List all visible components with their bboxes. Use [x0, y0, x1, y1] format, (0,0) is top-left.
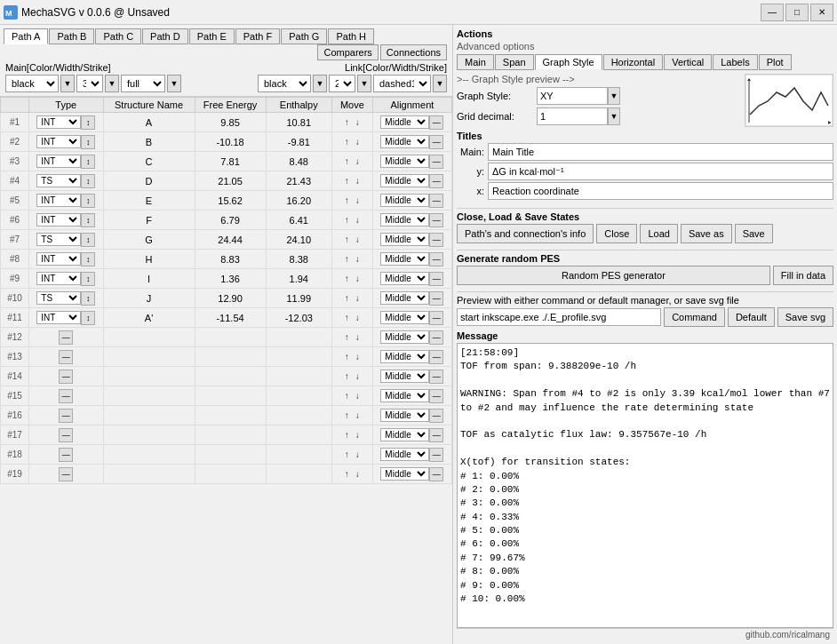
title-main-input[interactable] [488, 143, 833, 161]
align-expand-btn[interactable]: — [429, 194, 443, 208]
align-select[interactable]: Middle [380, 115, 429, 129]
type-expand-btn[interactable]: ↕ [81, 155, 95, 169]
link-strike-dropdown[interactable]: ▼ [433, 75, 447, 92]
move-up-button[interactable]: ↑ [341, 410, 352, 421]
type-expand-btn[interactable]: — [59, 370, 73, 384]
path-tab-f[interactable]: Path F [235, 28, 280, 44]
row-type[interactable]: — [29, 425, 104, 445]
row-align[interactable]: Middle— [372, 445, 451, 465]
align-select[interactable]: Middle [380, 448, 429, 461]
align-expand-btn[interactable]: — [429, 311, 443, 325]
move-up-button[interactable]: ↑ [341, 371, 352, 382]
link-width-select[interactable]: 2 [329, 75, 355, 92]
type-select[interactable]: INT [36, 115, 81, 129]
row-type[interactable]: — [29, 465, 104, 484]
link-width-dropdown[interactable]: ▼ [357, 75, 371, 92]
align-expand-btn[interactable]: — [429, 291, 443, 306]
align-select[interactable]: Middle [380, 389, 429, 402]
type-select[interactable]: INT [36, 213, 81, 227]
tab-graph-style[interactable]: Graph Style [535, 54, 602, 70]
row-align[interactable]: Middle— [372, 386, 451, 406]
move-up-button[interactable]: ↑ [341, 274, 352, 284]
move-up-button[interactable]: ↑ [341, 215, 352, 226]
move-down-button[interactable]: ↓ [352, 215, 363, 226]
grid-decimal-dropdown[interactable]: ▼ [608, 107, 620, 125]
row-align[interactable]: Middle— [372, 308, 451, 328]
row-type[interactable]: INT↕ [29, 250, 104, 269]
connections-button[interactable]: Connections [380, 44, 447, 60]
random-pes-button[interactable]: Random PES generator [457, 266, 770, 285]
align-select[interactable]: Middle [380, 330, 429, 344]
move-up-button[interactable]: ↑ [341, 449, 352, 460]
align-expand-btn[interactable]: — [429, 213, 443, 227]
align-expand-btn[interactable]: — [429, 350, 443, 364]
align-expand-btn[interactable]: — [429, 330, 443, 345]
move-down-button[interactable]: ↓ [352, 371, 363, 382]
move-up-button[interactable]: ↑ [341, 254, 352, 265]
move-down-button[interactable]: ↓ [352, 430, 363, 441]
type-select[interactable]: INT [36, 311, 81, 324]
align-expand-btn[interactable]: — [429, 233, 443, 247]
align-expand-btn[interactable]: — [429, 115, 443, 130]
type-select[interactable]: INT [36, 155, 81, 168]
row-align[interactable]: Middle— [372, 211, 451, 230]
align-select[interactable]: Middle [380, 467, 429, 481]
move-up-button[interactable]: ↑ [341, 176, 352, 187]
tab-span[interactable]: Span [495, 54, 534, 70]
type-expand-btn[interactable]: — [59, 448, 73, 462]
type-expand-btn[interactable]: ↕ [81, 291, 95, 306]
row-type[interactable]: INT↕ [29, 113, 104, 132]
move-up-button[interactable]: ↑ [341, 137, 352, 147]
row-type[interactable]: INT↕ [29, 191, 104, 211]
move-down-button[interactable]: ↓ [352, 410, 363, 421]
row-align[interactable]: Middle— [372, 367, 451, 386]
title-x-input[interactable] [488, 182, 833, 200]
tab-horizontal[interactable]: Horizontal [603, 54, 664, 70]
type-expand-btn[interactable]: — [59, 428, 73, 442]
row-type[interactable]: TS↕ [29, 230, 104, 250]
align-select[interactable]: Middle [380, 311, 429, 324]
type-expand-btn[interactable]: — [59, 330, 73, 345]
row-align[interactable]: Middle— [372, 269, 451, 289]
path-tab-b[interactable]: Path B [49, 28, 94, 44]
move-up-button[interactable]: ↑ [341, 313, 352, 323]
type-expand-btn[interactable]: — [59, 350, 73, 364]
move-down-button[interactable]: ↓ [352, 274, 363, 284]
inkscape-cmd-input[interactable] [457, 308, 661, 326]
align-expand-btn[interactable]: — [429, 155, 443, 169]
row-align[interactable]: Middle— [372, 191, 451, 211]
move-down-button[interactable]: ↓ [352, 352, 363, 362]
type-expand-btn[interactable]: ↕ [81, 233, 95, 247]
align-select[interactable]: Middle [380, 174, 429, 187]
row-type[interactable]: — [29, 406, 104, 425]
move-up-button[interactable]: ↑ [341, 391, 352, 402]
move-down-button[interactable]: ↓ [352, 469, 363, 480]
tab-vertical[interactable]: Vertical [664, 54, 712, 70]
move-up-button[interactable]: ↑ [341, 469, 352, 480]
align-select[interactable]: Middle [380, 409, 429, 422]
type-select[interactable]: INT [36, 272, 81, 285]
align-select[interactable]: Middle [380, 135, 429, 148]
type-expand-btn[interactable]: ↕ [81, 252, 95, 266]
align-select[interactable]: Middle [380, 213, 429, 227]
type-expand-btn[interactable]: ↕ [81, 115, 95, 130]
align-select[interactable]: Middle [380, 272, 429, 285]
align-select[interactable]: Middle [380, 428, 429, 441]
type-expand-btn[interactable]: ↕ [81, 174, 95, 188]
type-expand-btn[interactable]: ↕ [81, 272, 95, 286]
move-down-button[interactable]: ↓ [352, 137, 363, 147]
row-align[interactable]: Middle— [372, 132, 451, 152]
move-down-button[interactable]: ↓ [352, 117, 363, 128]
row-type[interactable]: INT↕ [29, 132, 104, 152]
save-button[interactable]: Save [735, 224, 773, 243]
row-type[interactable]: — [29, 386, 104, 406]
paths-connections-button[interactable]: Path's and connection's info [457, 224, 594, 243]
align-select[interactable]: Middle [380, 252, 429, 266]
align-expand-btn[interactable]: — [429, 409, 443, 423]
align-select[interactable]: Middle [380, 233, 429, 246]
type-expand-btn[interactable]: — [59, 409, 73, 423]
tab-plot[interactable]: Plot [759, 54, 792, 70]
align-select[interactable]: Middle [380, 350, 429, 363]
row-type[interactable]: TS↕ [29, 289, 104, 308]
row-align[interactable]: Middle— [372, 465, 451, 484]
